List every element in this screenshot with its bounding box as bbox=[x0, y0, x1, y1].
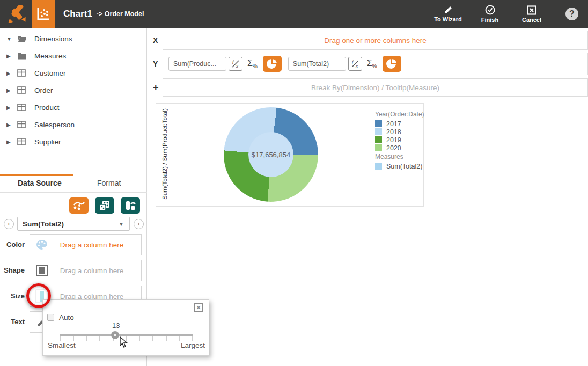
chevron-right-icon[interactable]: ▶ bbox=[6, 87, 14, 93]
shape-placeholder: Drag a column here bbox=[49, 267, 141, 275]
legend-item-2020[interactable]: 2020 bbox=[375, 144, 424, 152]
y-row-label: Y bbox=[153, 60, 158, 68]
y-measure-1: Sum(Produc... f x Σ% bbox=[168, 56, 282, 72]
legend-item-sum-total2[interactable]: Sum(Total2) bbox=[375, 162, 424, 170]
chart-legend: Year(Order:Date) 2017 2018 2019 2020 Mea… bbox=[375, 109, 424, 170]
tree-item-order[interactable]: ▶ Order bbox=[0, 82, 146, 99]
scatter-chart-icon bbox=[36, 7, 50, 21]
size-row-label: Size bbox=[11, 292, 25, 300]
chevron-right-icon[interactable]: ▶ bbox=[6, 70, 14, 76]
formula-button[interactable]: f x bbox=[348, 57, 362, 71]
sidebar-tabs: Data Source Format bbox=[0, 174, 147, 193]
chevron-down-icon[interactable]: ▼ bbox=[6, 36, 14, 42]
x-placeholder: Drag one or more columns here bbox=[324, 36, 427, 45]
chart-preview-panel: Sum(Total2) / Sum(Product:Total) $17,656… bbox=[156, 103, 424, 207]
tree-item-product[interactable]: ▶ Product bbox=[0, 99, 146, 116]
auto-checkbox[interactable] bbox=[47, 314, 54, 321]
shape-square-icon[interactable] bbox=[35, 263, 49, 277]
legend-group-title: Measures bbox=[375, 153, 424, 160]
size-settings-popup: ✕ Auto 13 Smallest Largest bbox=[42, 299, 209, 356]
pencil-icon bbox=[444, 5, 453, 14]
tree-item-supplier[interactable]: ▶ Supplier bbox=[0, 133, 146, 150]
break-by-dropzone[interactable]: Break By(Dimension) / Tooltip(Measure) bbox=[163, 78, 588, 97]
chevron-right-icon[interactable]: ▶ bbox=[6, 105, 14, 111]
palette-icon[interactable] bbox=[35, 238, 49, 252]
legend-swatch bbox=[375, 144, 382, 151]
mouse-cursor bbox=[119, 336, 128, 348]
color-dropzone[interactable]: Drag a column here bbox=[30, 234, 142, 255]
close-box-icon bbox=[527, 5, 536, 15]
slider-min-label: Smallest bbox=[48, 341, 76, 349]
check-circle-icon bbox=[485, 5, 495, 15]
tree-item-dimensions[interactable]: ▼ Dimensions bbox=[0, 30, 146, 47]
chevron-right-icon[interactable]: ▶ bbox=[6, 53, 14, 59]
prev-measure-button[interactable]: ‹ bbox=[4, 219, 14, 229]
legend-swatch bbox=[375, 128, 382, 135]
measure-selector: ‹ Sum(Total2) ▼ › bbox=[0, 217, 147, 232]
formula-button[interactable]: f x bbox=[229, 57, 242, 71]
table-icon bbox=[17, 137, 28, 146]
finish-button[interactable]: Finish bbox=[475, 0, 504, 28]
y-axis-label: Sum(Total2) / Sum(Product:Total) bbox=[161, 107, 168, 201]
legend-swatch bbox=[375, 163, 382, 170]
page-subtitle: -> Order Model bbox=[97, 10, 144, 18]
shape-dropzone[interactable]: Drag a column here bbox=[30, 260, 142, 281]
active-tab-indicator bbox=[0, 174, 74, 176]
y-measure-2: Sum(Total2) f x Σ% bbox=[288, 56, 401, 72]
breadcrumb: Chart1 -> Order Model bbox=[63, 0, 144, 28]
shape-row-label: Shape bbox=[4, 266, 25, 274]
page-title: Chart1 bbox=[63, 9, 92, 19]
folder-open-icon bbox=[17, 34, 28, 43]
slider-max-label: Largest bbox=[181, 341, 205, 349]
tab-data-source[interactable]: Data Source bbox=[18, 179, 62, 187]
percent-of-total-button[interactable]: Σ% bbox=[247, 58, 258, 69]
legend-swatch bbox=[375, 120, 382, 127]
fx-icon: f x bbox=[350, 58, 361, 69]
dice-button[interactable] bbox=[95, 197, 114, 214]
break-row-label: + bbox=[153, 82, 159, 93]
measure-pill[interactable]: Sum(Total2) bbox=[288, 57, 346, 71]
donut-total-label: $17,656,854 bbox=[252, 151, 290, 159]
app-logo-icon[interactable] bbox=[8, 5, 27, 23]
scatter-chart-button[interactable] bbox=[69, 197, 89, 214]
svg-text:f: f bbox=[352, 59, 354, 64]
pie-type-button[interactable] bbox=[383, 56, 401, 72]
percent-of-total-button[interactable]: Σ% bbox=[367, 58, 377, 69]
y-dropzone[interactable]: Sum(Produc... f x Σ% Sum(Total2) f x Σ% bbox=[163, 53, 588, 75]
data-tree: ▼ Dimensions ▶ Measures ▶ Customer ▶ bbox=[0, 28, 146, 150]
legend-item-2017[interactable]: 2017 bbox=[375, 120, 424, 128]
pie-chart-icon bbox=[386, 58, 397, 69]
chevron-right-icon[interactable]: ▶ bbox=[6, 139, 14, 145]
chevron-right-icon[interactable]: ▶ bbox=[6, 122, 14, 128]
chart-type-buttons bbox=[69, 197, 140, 214]
pie-type-button[interactable] bbox=[263, 56, 282, 72]
tree-item-customer[interactable]: ▶ Customer bbox=[0, 64, 146, 82]
fx-icon: f x bbox=[230, 58, 241, 69]
legend-item-2019[interactable]: 2019 bbox=[375, 136, 424, 144]
help-button[interactable]: ? bbox=[565, 8, 578, 20]
tree-item-measures[interactable]: ▶ Measures bbox=[0, 47, 146, 64]
next-measure-button[interactable]: › bbox=[134, 219, 144, 229]
close-icon[interactable]: ✕ bbox=[194, 303, 203, 312]
color-placeholder: Drag a column here bbox=[49, 241, 141, 249]
to-wizard-button[interactable]: To Wizard bbox=[433, 0, 462, 28]
tab-format[interactable]: Format bbox=[97, 179, 121, 187]
donut-chart[interactable]: $17,656,854 bbox=[224, 107, 318, 202]
measure-pill[interactable]: Sum(Produc... bbox=[168, 57, 226, 71]
cancel-button[interactable]: Cancel bbox=[517, 0, 546, 28]
x-dropzone[interactable]: Drag one or more columns here bbox=[163, 31, 588, 50]
rotate-icon bbox=[124, 200, 136, 211]
pie-chart-icon bbox=[267, 58, 277, 69]
color-row-label: Color bbox=[6, 240, 25, 248]
chart-tile-button[interactable] bbox=[32, 0, 55, 28]
tree-item-salesperson[interactable]: ▶ Salesperson bbox=[0, 116, 146, 133]
table-icon bbox=[17, 86, 28, 94]
legend-swatch bbox=[375, 136, 382, 143]
table-icon bbox=[17, 120, 28, 129]
table-icon bbox=[17, 103, 28, 112]
folder-icon bbox=[17, 52, 28, 60]
rotate-button[interactable] bbox=[121, 197, 140, 214]
measure-select[interactable]: Sum(Total2) ▼ bbox=[17, 217, 130, 231]
app-header: Chart1 -> Order Model To Wizard Finish C… bbox=[0, 0, 588, 28]
legend-item-2018[interactable]: 2018 bbox=[375, 128, 424, 136]
